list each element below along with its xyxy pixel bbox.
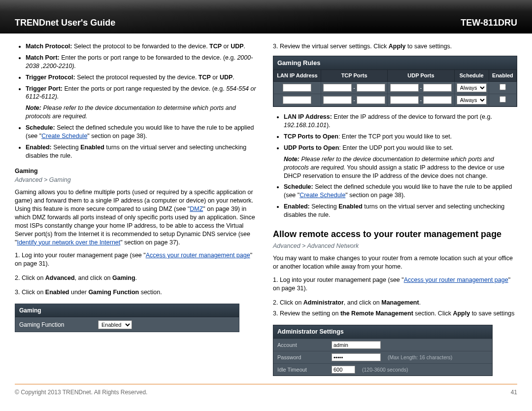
- admin-title: Administrator Settings: [273, 325, 492, 339]
- list-item: Match Port: Enter the ports or port rang…: [26, 54, 259, 70]
- gaming-function-label: Gaming Function: [19, 321, 78, 329]
- rules-field-list-2: Schedule: Select the defined schedule yo…: [273, 183, 517, 219]
- page-footer: © Copyright 2013 TRENDnet. All Rights Re…: [0, 387, 532, 396]
- gaming-panel-title: Gaming: [15, 304, 239, 317]
- account-row: Account: [273, 339, 492, 351]
- create-schedule-link[interactable]: Create Schedule: [299, 192, 345, 199]
- timeout-hint: (120-3600 seconds): [362, 366, 408, 373]
- password-hint: (Max Length: 16 characters): [388, 354, 452, 361]
- enabled-checkbox[interactable]: [499, 84, 506, 90]
- col-tcp: TCP Ports: [321, 70, 387, 82]
- udp-to-input[interactable]: [423, 96, 452, 104]
- field-definitions-list: Match Protocol: Select the protocol to b…: [15, 42, 259, 101]
- step-1: 1. Log into your router management page …: [273, 276, 517, 293]
- admin-settings-panel: Administrator Settings Account Password …: [273, 325, 493, 376]
- lan-ip-input[interactable]: [283, 84, 311, 92]
- table-row: - - Always: [274, 94, 517, 106]
- password-input[interactable]: [332, 353, 381, 361]
- rules-field-list: LAN IP Address: Enter the IP address of …: [273, 113, 517, 152]
- password-label: Password: [277, 354, 327, 361]
- udp-from-input[interactable]: [390, 96, 419, 104]
- list-item: Trigger Port: Enter the ports or port ra…: [26, 85, 259, 102]
- field-definitions-list-2: Schedule: Select the defined schedule yo…: [15, 124, 259, 160]
- enabled-checkbox[interactable]: [499, 96, 506, 103]
- breadcrumb: Advanced > Gaming: [15, 176, 259, 184]
- create-schedule-link[interactable]: Create Schedule: [41, 133, 87, 139]
- gaming-steps: 1. Log into your router management page …: [15, 251, 259, 297]
- dmz-link[interactable]: DMZ: [190, 206, 203, 212]
- label: Match Protocol:: [26, 43, 72, 50]
- step-1: 1. Log into your router management page …: [15, 251, 259, 268]
- label: Match Port:: [26, 54, 60, 61]
- copyright-text: © Copyright 2013 TRENDnet. All Rights Re…: [15, 388, 147, 396]
- remote-access-heading: Allow remote access to your router manag…: [273, 228, 517, 240]
- guide-title: TRENDnet User's Guide: [15, 17, 115, 29]
- lan-ip-input[interactable]: [283, 96, 311, 104]
- gaming-panel: Gaming Gaming Function Enabled Disabled: [15, 304, 239, 332]
- account-input[interactable]: [332, 341, 381, 349]
- list-item: LAN IP Address: Enter the IP address of …: [284, 113, 517, 130]
- timeout-label: Idle Timeout: [277, 366, 327, 374]
- gaming-rules-title: Gaming Rules: [273, 56, 517, 70]
- divider: [15, 384, 517, 384]
- list-item: UDP Ports to Open: Enter the UDP port yo…: [284, 144, 517, 152]
- step-2: 2. Click on Advanced, and click on Gamin…: [15, 274, 259, 282]
- list-item: Schedule: Select the defined schedule yo…: [284, 183, 517, 200]
- gaming-function-select[interactable]: Enabled Disabled: [98, 320, 132, 329]
- remote-description: You may want to make changes to your rou…: [273, 254, 517, 271]
- content-columns: Match Protocol: Select the protocol to b…: [0, 34, 532, 381]
- timeout-row: Idle Timeout (120-3600 seconds): [273, 363, 492, 376]
- step-2: 2. Click on Administrator, and click on …: [273, 299, 517, 307]
- tcp-to-input[interactable]: [357, 84, 385, 92]
- step-3-review: 3. Review the virtual server settings. C…: [273, 42, 517, 51]
- account-label: Account: [277, 342, 327, 349]
- col-schedule: Schedule: [454, 70, 489, 82]
- gaming-heading: Gaming: [15, 167, 259, 175]
- label: Trigger Protocol:: [26, 74, 75, 81]
- col-udp: UDP Ports: [388, 70, 454, 82]
- list-item: Trigger Protocol: Select the protocol re…: [26, 73, 259, 82]
- password-row: Password (Max Length: 16 characters): [273, 351, 492, 363]
- col-lan-ip: LAN IP Address: [274, 70, 321, 82]
- schedule-select[interactable]: Always: [457, 83, 487, 92]
- model-number: TEW-811DRU: [461, 17, 517, 29]
- list-item: Enabled: Selecting Enabled turns on the …: [284, 203, 517, 219]
- right-column: 3. Review the virtual server settings. C…: [273, 42, 517, 376]
- label: Trigger Port:: [26, 85, 63, 92]
- list-item: Schedule: Select the defined schedule yo…: [26, 124, 259, 140]
- identify-network-link[interactable]: Identify your network over the Internet: [17, 239, 120, 246]
- gaming-rules-table: LAN IP Address TCP Ports UDP Ports Sched…: [273, 69, 517, 106]
- gaming-rules-panel: Gaming Rules LAN IP Address TCP Ports UD…: [273, 56, 517, 107]
- page-number: 41: [511, 388, 517, 396]
- page-header: TRENDnet User's Guide TEW-811DRU: [0, 0, 532, 34]
- note-text: Note: Please refer to the device documen…: [15, 104, 259, 121]
- step-3: 3. Click on Enabled under Gaming Functio…: [15, 288, 259, 297]
- timeout-input[interactable]: [332, 366, 355, 374]
- remote-steps: 1. Log into your router management page …: [273, 276, 517, 318]
- col-enabled: Enabled: [489, 70, 516, 82]
- udp-from-input[interactable]: [390, 84, 419, 92]
- router-mgmt-link[interactable]: Access your router management page: [404, 276, 508, 283]
- gaming-function-row: Gaming Function Enabled Disabled: [15, 317, 239, 332]
- breadcrumb: Advanced > Advanced Network: [273, 242, 517, 250]
- tcp-to-input[interactable]: [357, 96, 385, 104]
- gaming-description: Gaming allows you to define multiple por…: [15, 188, 259, 246]
- list-item: TCP Ports to Open: Enter the TCP port yo…: [284, 133, 517, 141]
- left-column: Match Protocol: Select the protocol to b…: [15, 42, 259, 376]
- router-mgmt-link[interactable]: Access your router management page: [146, 252, 250, 259]
- tcp-from-input[interactable]: [323, 84, 352, 92]
- udp-to-input[interactable]: [423, 84, 452, 92]
- note-block: Note: Please refer to the device documen…: [273, 155, 517, 180]
- tcp-from-input[interactable]: [323, 96, 352, 104]
- table-row: - - Always: [274, 82, 517, 94]
- schedule-select[interactable]: Always: [457, 96, 487, 104]
- step-3: 3. Review the setting on the Remote Mana…: [273, 309, 517, 318]
- list-item: Match Protocol: Select the protocol to b…: [26, 42, 259, 51]
- list-item: Enabled: Selecting Enabled turns on the …: [26, 143, 259, 160]
